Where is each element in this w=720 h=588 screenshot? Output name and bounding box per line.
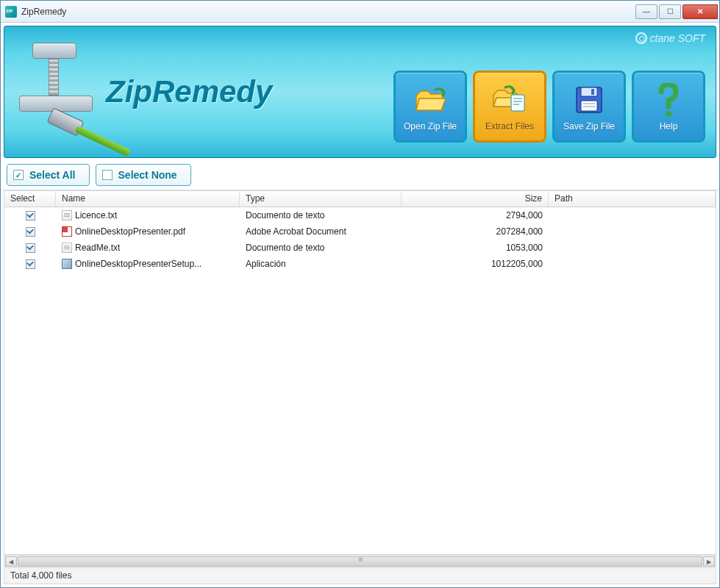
logo-area: ZipRemedy <box>19 37 272 147</box>
file-name: OnlineDesktopPresenter.pdf <box>75 226 185 237</box>
cell-select <box>4 209 56 222</box>
svg-rect-2 <box>513 101 522 102</box>
help-label: Help <box>660 121 678 132</box>
cell-name: OnlineDesktopPresenterSetup... <box>56 257 240 271</box>
cell-size: 2794,000 <box>402 209 549 222</box>
svg-rect-5 <box>581 87 597 96</box>
cell-path <box>549 214 716 217</box>
window-title: ZipRemedy <box>21 7 634 17</box>
cell-select <box>4 242 56 254</box>
maximize-button[interactable]: ☐ <box>659 4 681 19</box>
scroll-right-arrow-icon[interactable]: ▶ <box>703 556 715 567</box>
app-window: ZipRemedy — ☐ ✕ ZipRemedy ctane SOFT <box>0 0 720 588</box>
status-bar: Total 4,000 files <box>4 568 716 584</box>
help-button[interactable]: Help <box>632 71 705 143</box>
cell-select <box>4 258 56 270</box>
row-checkbox[interactable] <box>26 259 35 269</box>
floppy-save-icon <box>571 82 607 118</box>
table-row[interactable]: Licence.txtDocumento de texto2794,000 <box>4 207 716 223</box>
svg-rect-6 <box>591 89 594 95</box>
folder-extract-icon <box>491 82 528 118</box>
scroll-thumb[interactable] <box>18 556 702 567</box>
titlebar[interactable]: ZipRemedy — ☐ ✕ <box>1 1 719 23</box>
banner: ZipRemedy ctane SOFT Open Zip File Extra… <box>4 26 716 158</box>
exe-file-icon <box>62 259 72 269</box>
header-type[interactable]: Type <box>240 191 402 207</box>
close-button[interactable]: ✕ <box>682 4 718 19</box>
cell-name: ReadMe.txt <box>56 241 240 255</box>
file-table: Select Name Type Size Path Licence.txtDo… <box>4 190 716 555</box>
header-path[interactable]: Path <box>549 191 716 207</box>
file-name: ReadMe.txt <box>75 243 120 253</box>
close-icon: ✕ <box>697 7 703 15</box>
vendor-name: ctane SOFT <box>650 32 705 44</box>
row-checkbox[interactable] <box>26 243 35 253</box>
window-controls: — ☐ ✕ <box>634 4 718 19</box>
row-checkbox[interactable] <box>26 227 35 237</box>
cell-name: Licence.txt <box>56 209 240 223</box>
cell-type: Adobe Acrobat Document <box>240 225 402 238</box>
table-body: Licence.txtDocumento de texto2794,000Onl… <box>4 207 716 554</box>
save-zip-label: Save Zip File <box>563 121 615 132</box>
file-name: OnlineDesktopPresenterSetup... <box>75 259 202 269</box>
table-row[interactable]: OnlineDesktopPresenterSetup...Aplicación… <box>4 256 716 272</box>
save-zip-button[interactable]: Save Zip File <box>552 71 626 143</box>
open-zip-button[interactable]: Open Zip File <box>393 71 467 143</box>
help-icon <box>650 82 687 118</box>
cell-size: 1012205,000 <box>402 257 549 270</box>
minimize-icon: — <box>643 7 650 15</box>
extract-files-label: Extract Files <box>485 121 534 132</box>
select-all-label: Select All <box>29 169 76 181</box>
cell-type: Documento de texto <box>240 241 402 254</box>
svg-rect-8 <box>583 103 595 104</box>
svg-rect-1 <box>513 98 522 99</box>
cell-type: Aplicación <box>240 257 402 270</box>
header-size[interactable]: Size <box>402 191 549 207</box>
select-none-label: Select None <box>118 169 177 181</box>
header-name[interactable]: Name <box>56 191 240 207</box>
vendor-mark-icon <box>635 32 647 44</box>
cell-path <box>549 230 716 233</box>
svg-rect-3 <box>513 104 519 105</box>
extract-files-button[interactable]: Extract Files <box>473 71 546 143</box>
vendor-logo: ctane SOFT <box>635 32 705 44</box>
status-text: Total 4,000 files <box>10 570 71 581</box>
txt-file-icon <box>62 243 72 253</box>
table-row[interactable]: OnlineDesktopPresenter.pdfAdobe Acrobat … <box>4 223 716 240</box>
svg-rect-0 <box>511 95 524 111</box>
selection-bar: ✓ Select All Select None <box>1 161 719 190</box>
select-all-button[interactable]: ✓ Select All <box>7 164 90 186</box>
cell-name: OnlineDesktopPresenter.pdf <box>56 225 240 239</box>
check-icon: ✓ <box>13 170 24 180</box>
table-row[interactable]: ReadMe.txtDocumento de texto1053,000 <box>4 240 716 256</box>
main-toolbar: Open Zip File Extract Files Save Zip Fil… <box>393 71 705 143</box>
svg-rect-9 <box>583 106 595 107</box>
cell-size: 207284,000 <box>402 225 549 238</box>
folder-open-icon <box>412 82 449 118</box>
maximize-icon: ☐ <box>667 7 674 15</box>
brand-name: ZipRemedy <box>106 74 272 110</box>
cell-select <box>4 226 56 238</box>
select-none-button[interactable]: Select None <box>96 164 191 186</box>
svg-point-10 <box>666 111 671 117</box>
cell-size: 1053,000 <box>402 241 549 254</box>
scroll-left-arrow-icon[interactable]: ◀ <box>5 556 17 567</box>
cell-path <box>549 262 716 265</box>
txt-file-icon <box>62 210 72 220</box>
minimize-button[interactable]: — <box>635 4 657 19</box>
pdf-file-icon <box>62 226 72 237</box>
open-zip-label: Open Zip File <box>404 121 457 132</box>
clamp-hammer-icon <box>19 37 100 147</box>
app-icon <box>5 6 17 18</box>
cell-path <box>549 246 716 249</box>
row-checkbox[interactable] <box>26 211 35 220</box>
file-name: Licence.txt <box>75 210 117 220</box>
horizontal-scrollbar[interactable]: ◀ ▶ <box>4 555 716 568</box>
cell-type: Documento de texto <box>240 209 402 222</box>
uncheck-icon <box>102 170 113 180</box>
header-select[interactable]: Select <box>4 191 56 207</box>
table-header: Select Name Type Size Path <box>4 191 716 207</box>
